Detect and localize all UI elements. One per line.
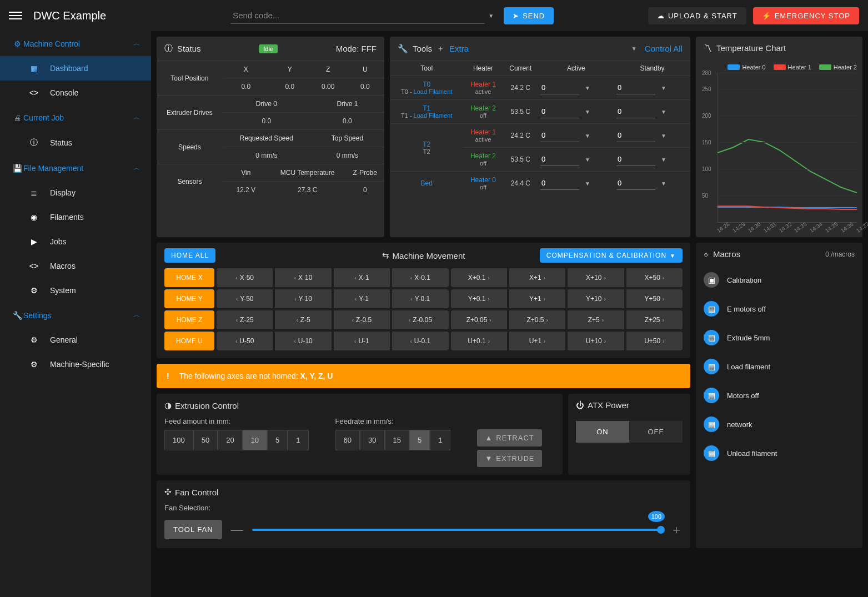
move-button[interactable]: Y+10› (568, 289, 624, 308)
active-temp-input[interactable] (540, 177, 579, 190)
chevron-down-icon[interactable]: ▼ (585, 180, 590, 187)
nav-group-settings[interactable]: 🔧Settings︿ (0, 303, 151, 328)
move-button[interactable]: X+1› (509, 268, 565, 287)
chevron-down-icon[interactable]: ▼ (585, 109, 590, 115)
move-button[interactable]: Y+0.1› (451, 289, 507, 308)
move-button[interactable]: ‹Z-5 (275, 310, 331, 329)
home-axis-button[interactable]: HOME U (164, 332, 214, 350)
move-button[interactable]: X+0.1› (451, 268, 507, 287)
nav-item-macros[interactable]: <>Macros (0, 254, 151, 278)
nav-item-console[interactable]: <>Console (0, 81, 151, 105)
home-axis-button[interactable]: HOME Z (164, 310, 214, 329)
chevron-down-icon[interactable]: ▼ (661, 157, 666, 163)
chevron-down-icon[interactable]: ▼ (631, 46, 637, 52)
fan-slider-thumb[interactable] (657, 526, 665, 534)
send-button[interactable]: ➤ SEND (504, 7, 554, 24)
tool-link-Bed[interactable]: Bed (392, 179, 461, 187)
atx-off-button[interactable]: OFF (629, 421, 683, 443)
chevron-down-icon[interactable]: ▼ (585, 85, 590, 91)
move-button[interactable]: U+0.1› (451, 332, 507, 350)
nav-item-status[interactable]: ⓘStatus (0, 130, 151, 155)
move-button[interactable]: ‹U-1 (334, 332, 390, 350)
move-button[interactable]: ‹Z-25 (217, 310, 273, 329)
retract-button[interactable]: ▲RETRACT (477, 429, 542, 447)
move-button[interactable]: ‹X-1 (334, 268, 390, 287)
standby-temp-input[interactable] (616, 81, 655, 94)
macro-item[interactable]: ▤ Motors off (696, 381, 862, 410)
standby-temp-input[interactable] (616, 153, 655, 166)
nav-item-general[interactable]: ⚙General (0, 328, 151, 352)
move-button[interactable]: ‹Y-0.1 (392, 289, 448, 308)
nav-item-dashboard[interactable]: ▦Dashboard (0, 56, 151, 81)
nav-group-machine-control[interactable]: ⚙Machine Control︿ (0, 31, 151, 56)
nav-group-file-management[interactable]: 💾File Management︿ (0, 155, 151, 180)
macro-item[interactable]: ▤ E motors off (696, 294, 862, 323)
standby-temp-input[interactable] (616, 177, 655, 190)
feed-amount-option[interactable]: 100 (164, 430, 193, 450)
tools-extra-link[interactable]: Extra (449, 44, 469, 53)
plus-icon[interactable]: ＋ (436, 43, 445, 54)
nav-item-system[interactable]: ⚙System (0, 278, 151, 303)
move-button[interactable]: U+10› (568, 332, 624, 350)
fan-select-button[interactable]: TOOL FAN (164, 520, 222, 539)
move-button[interactable]: ‹Z-0.05 (392, 310, 448, 329)
feedrate-option[interactable]: 15 (385, 430, 409, 450)
feedrate-option[interactable]: 60 (335, 430, 360, 450)
upload-start-button[interactable]: ☁ UPLOAD & START (648, 7, 746, 24)
chevron-down-icon[interactable]: ▼ (585, 157, 590, 163)
feed-amount-option[interactable]: 10 (243, 430, 267, 450)
feedrate-option[interactable]: 30 (360, 430, 384, 450)
move-button[interactable]: Z+5› (568, 310, 624, 329)
atx-on-button[interactable]: ON (576, 421, 629, 443)
macro-item[interactable]: ▤ Unload filament (696, 439, 862, 468)
move-button[interactable]: U+50› (626, 332, 683, 350)
nav-item-display[interactable]: ≣Display (0, 180, 151, 205)
move-button[interactable]: ‹U-50 (217, 332, 273, 350)
chevron-down-icon[interactable]: ▼ (488, 13, 494, 19)
nav-item-machine-specific[interactable]: ⚙Machine-Specific (0, 352, 151, 377)
fan-decrease-button[interactable]: — (231, 523, 243, 537)
load-filament-link[interactable]: Load Filament (414, 112, 453, 119)
macro-item[interactable]: ▤ Extrude 5mm (696, 323, 862, 352)
move-button[interactable]: ‹X-50 (217, 268, 273, 287)
gcode-input[interactable] (230, 7, 485, 24)
home-all-button[interactable]: HOME ALL (164, 248, 215, 263)
nav-group-current-job[interactable]: 🖨Current Job︿ (0, 105, 151, 130)
tool-link-T2[interactable]: T2 (392, 141, 461, 148)
move-button[interactable]: ‹X-10 (275, 268, 331, 287)
chevron-down-icon[interactable]: ▼ (661, 85, 666, 91)
move-button[interactable]: ‹Y-10 (275, 289, 331, 308)
feed-amount-option[interactable]: 5 (267, 430, 288, 450)
move-button[interactable]: ‹U-10 (275, 332, 331, 350)
tool-link-T0[interactable]: T0 (392, 81, 461, 88)
active-temp-input[interactable] (540, 105, 579, 118)
macro-item[interactable]: ▣ Calibration (696, 265, 862, 294)
nav-item-jobs[interactable]: ▶Jobs (0, 229, 151, 254)
compensation-button[interactable]: COMPENSATION & CALIBRATION ▼ (540, 248, 683, 263)
feed-amount-option[interactable]: 50 (193, 430, 218, 450)
active-temp-input[interactable] (540, 81, 579, 94)
macro-item[interactable]: ▤ Load filament (696, 352, 862, 381)
emergency-stop-button[interactable]: ⚡ EMERGENCY STOP (753, 7, 859, 24)
chevron-down-icon[interactable]: ▼ (661, 180, 666, 187)
chevron-down-icon[interactable]: ▼ (661, 109, 666, 115)
move-button[interactable]: Y+50› (626, 289, 683, 308)
standby-temp-input[interactable] (616, 129, 655, 142)
move-button[interactable]: ‹Y-50 (217, 289, 273, 308)
move-button[interactable]: ‹Y-1 (334, 289, 390, 308)
fan-slider[interactable]: 100 (252, 529, 661, 531)
macro-item[interactable]: ▤ network (696, 410, 862, 439)
nav-item-filaments[interactable]: ◉Filaments (0, 205, 151, 229)
move-button[interactable]: Z+0.05› (451, 310, 507, 329)
fan-increase-button[interactable]: ＋ (670, 521, 683, 538)
load-filament-link[interactable]: Load Filament (414, 88, 453, 95)
home-axis-button[interactable]: HOME Y (164, 289, 214, 308)
active-temp-input[interactable] (540, 153, 579, 166)
feedrate-option[interactable]: 5 (409, 430, 430, 450)
active-temp-input[interactable] (540, 129, 579, 142)
feedrate-option[interactable]: 1 (430, 430, 450, 450)
move-button[interactable]: X+10› (568, 268, 624, 287)
extrude-button[interactable]: ▼EXTRUDE (477, 450, 542, 467)
chevron-down-icon[interactable]: ▼ (585, 133, 590, 139)
home-axis-button[interactable]: HOME X (164, 268, 214, 287)
